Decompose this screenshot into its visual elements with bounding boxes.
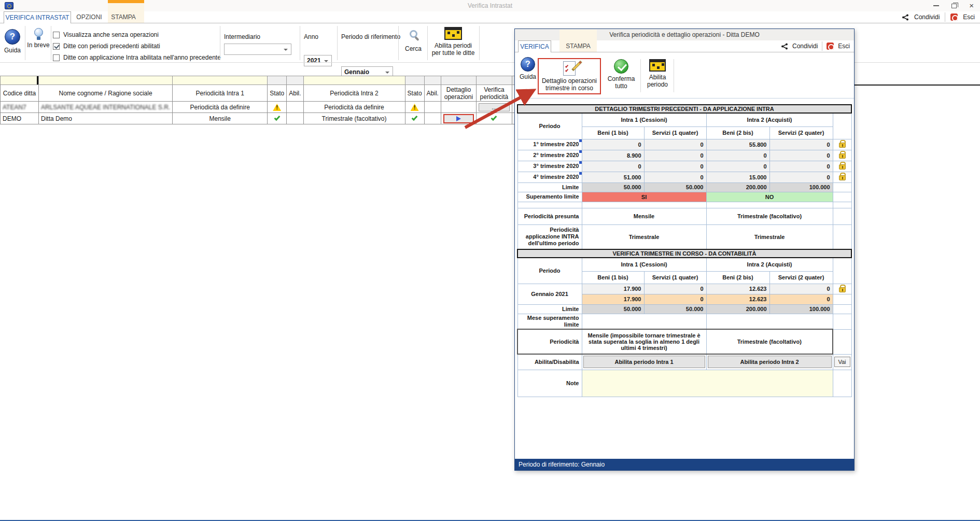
dettaglio-trimestre-button[interactable]: Dettaglio operazioni trimestre in corso [538, 58, 601, 94]
conferma-tutto-button[interactable]: Conferma tutto [605, 59, 637, 90]
filter-cell[interactable] [441, 76, 476, 85]
periodicita-intra2-cell[interactable]: Periodicità da definire [303, 102, 405, 113]
lock-icon[interactable] [839, 164, 846, 170]
abil1-cell[interactable] [287, 113, 303, 124]
table-row[interactable]: DEMO Ditta Demo Mensile Trimestrale (fac… [1, 113, 533, 124]
verifica-periodicita-cell[interactable] [476, 113, 512, 124]
periodicita-intra2-cell[interactable]: Trimestrale (facoltativo) [303, 113, 405, 124]
abil1-cell[interactable] [287, 102, 303, 113]
header-codice-ditta[interactable]: Codice ditta [1, 85, 39, 102]
value-cell[interactable]: 0 [644, 172, 706, 182]
value-cell[interactable]: 0 [769, 161, 833, 172]
abilita-intra2-button[interactable]: Abilita periodo Intra 2 [708, 356, 832, 368]
codice-ditta-cell[interactable]: ATEAN7 [1, 102, 39, 113]
guida-button[interactable]: ? Guida [2, 29, 23, 54]
header-stato2[interactable]: Stato [405, 85, 424, 102]
value-cell[interactable]: 0 [644, 284, 706, 294]
header-nome[interactable]: Nome cognome / Ragione sociale [39, 85, 173, 102]
tab-stampa[interactable]: STAMPA [105, 11, 142, 23]
value-cell[interactable]: 15.000 [706, 172, 769, 182]
lock-cell[interactable] [833, 139, 851, 150]
lock-icon[interactable] [839, 143, 846, 148]
header-dettaglio-operazioni[interactable]: Dettaglio operazioni [441, 85, 476, 102]
checkbox-unchecked-icon[interactable] [53, 54, 60, 61]
periodicita-intra1-cell[interactable]: Mensile [173, 113, 268, 124]
lock-cell[interactable] [833, 150, 851, 161]
header-stato1[interactable]: Stato [268, 85, 287, 102]
dettaglio-operazioni-cell[interactable] [441, 102, 476, 113]
codice-ditta-cell[interactable]: DEMO [1, 113, 39, 124]
lock-cell[interactable] [833, 172, 851, 182]
cerca-button[interactable]: Cerca [401, 30, 425, 52]
tab-verifica-intrastat[interactable]: VERIFICA INTRASTAT [4, 11, 71, 23]
value-cell[interactable]: 12.623 [706, 294, 769, 304]
abilita-periodo-button[interactable]: Abilita periodo [643, 59, 671, 88]
filter-row[interactable] [1, 76, 533, 85]
value-cell[interactable]: 0 [644, 139, 706, 150]
ragione-sociale-cell[interactable]: ARLSANTE AQUEAE INTERNATIONALE S.R. [39, 102, 173, 113]
abilita-intra1-button[interactable]: Abilita periodo Intra 1 [583, 356, 705, 368]
dialog-condividi-button[interactable]: Condividi [792, 43, 818, 50]
value-cell[interactable]: 0 [769, 294, 833, 304]
filter-codice-cell[interactable] [1, 76, 39, 85]
tab-opzioni[interactable]: OPZIONI [73, 11, 105, 23]
table-row[interactable]: ATEAN7 ARLSANTE AQUEAE INTERNATIONALE S.… [1, 102, 533, 113]
value-cell[interactable]: 0 [706, 161, 769, 172]
value-cell[interactable]: 0 [644, 294, 706, 304]
checkbox-periodi-precedenti[interactable]: Ditte con periodi precedenti abilitati [53, 43, 160, 50]
value-cell[interactable]: 0 [582, 139, 644, 150]
value-cell[interactable]: 0 [582, 161, 644, 172]
close-icon[interactable]: × [969, 2, 974, 9]
value-cell[interactable]: 8.900 [582, 150, 644, 161]
verifica-dots-button[interactable]: ... [479, 103, 510, 111]
value-cell[interactable]: 0 [706, 150, 769, 161]
condividi-button[interactable]: Condividi [914, 13, 940, 21]
filter-nome-cell[interactable] [39, 76, 173, 85]
checkbox-applicazione-intra[interactable]: Ditte con applicazione Intra abilitata n… [53, 54, 221, 61]
in-breve-button[interactable]: In breve [27, 28, 50, 49]
vai-button[interactable]: Vai [834, 357, 850, 367]
esci-button[interactable]: Esci [963, 13, 975, 21]
dialog-tab-stampa[interactable]: STAMPA [563, 40, 594, 52]
dialog-tab-verifica[interactable]: VERIFICA [518, 40, 551, 52]
lock-icon[interactable] [839, 287, 846, 292]
restore-icon[interactable] [951, 4, 957, 8]
header-abil1[interactable]: Abil. [287, 85, 303, 102]
minimize-icon[interactable] [933, 5, 939, 6]
value-cell[interactable]: 17.900 [582, 284, 644, 294]
header-periodicita-intra2[interactable]: Periodicità Intra 2 [303, 85, 405, 102]
lock-cell[interactable] [833, 284, 851, 294]
lock-cell[interactable] [833, 161, 851, 172]
dettaglio-operazioni-cell[interactable] [441, 113, 476, 124]
abilita-periodi-button[interactable]: Abilita periodi per tutte le ditte [429, 27, 477, 57]
value-cell[interactable]: 55.800 [706, 139, 769, 150]
value-cell[interactable]: 0 [769, 284, 833, 294]
checkbox-visualizza[interactable]: Visualizza anche senza operazioni [53, 31, 159, 38]
lock-icon[interactable] [839, 175, 846, 180]
filter-cell[interactable] [476, 76, 512, 85]
filter-p1-cell[interactable] [173, 76, 268, 85]
dialog-guida-button[interactable]: ? Guida [518, 57, 538, 80]
anno-select[interactable]: 2021 [304, 55, 332, 66]
value-cell[interactable]: 0 [644, 150, 706, 161]
note-field[interactable] [582, 370, 833, 397]
header-abil2[interactable]: Abil. [424, 85, 441, 102]
header-periodicita-intra1[interactable]: Periodicità Intra 1 [173, 85, 268, 102]
value-cell[interactable]: 12.623 [706, 284, 769, 294]
intermediario-select[interactable] [224, 44, 291, 55]
ragione-sociale-cell[interactable]: Ditta Demo [39, 113, 173, 124]
value-cell[interactable]: 0 [769, 150, 833, 161]
abil2-cell[interactable] [424, 113, 441, 124]
value-cell[interactable]: 0 [769, 139, 833, 150]
value-cell[interactable]: 51.000 [582, 172, 644, 182]
dialog-esci-button[interactable]: Esci [838, 43, 850, 50]
filter-cell[interactable] [287, 76, 303, 85]
lock-icon[interactable] [839, 153, 846, 159]
filter-cell[interactable] [268, 76, 287, 85]
filter-cell[interactable] [405, 76, 424, 85]
checkbox-unchecked-icon[interactable] [53, 32, 60, 38]
periodicita-intra1-cell[interactable]: Periodicità da definire [173, 102, 268, 113]
verifica-periodicita-cell[interactable]: ... [476, 102, 512, 113]
dettaglio-operazioni-button[interactable] [443, 114, 474, 123]
value-cell[interactable]: 17.900 [582, 294, 644, 304]
